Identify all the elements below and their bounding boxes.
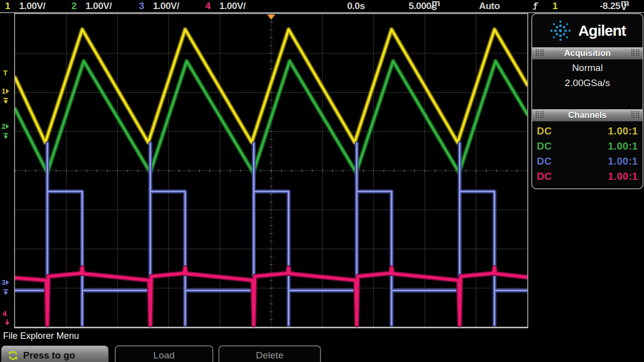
coupling-label: DC	[537, 125, 552, 137]
channels-panel-header[interactable]: ⣿⣿ Channels ⣿⣿	[532, 109, 642, 121]
timebase-unit: ms	[432, 1, 440, 9]
right-arrow-icon	[6, 124, 9, 129]
ch1-number: 1	[5, 1, 10, 12]
acquisition-panel-header[interactable]: ⣿⣿ Acquisition ⣿⣿	[532, 47, 642, 59]
acquisition-title: Acquisition	[564, 48, 611, 58]
trigger-source-readout: 1	[552, 1, 557, 12]
trigger-level-readout: -8.25mV	[600, 1, 620, 12]
coupling-label: DC	[537, 171, 552, 182]
channel-row-2: DC 1.00:1	[532, 139, 642, 153]
agilent-spark-icon	[549, 19, 572, 42]
softkey-label: Press to go	[23, 350, 75, 361]
ch1-ground-icon	[3, 98, 9, 105]
sidebar: Agilent ⣿⣿ Acquisition ⣿⣿ Normal 2.00GSa…	[531, 13, 643, 189]
timebase-readout: 5.000ms/	[409, 1, 434, 12]
grip-dots-icon: ⣿⣿	[630, 48, 640, 56]
ch2-scale-readout: 1.00V/	[86, 1, 112, 12]
brand-row: Agilent	[532, 16, 642, 45]
brand-name: Agilent	[578, 22, 626, 39]
ch4-scale-readout: 1.00V/	[219, 1, 246, 12]
softkey-load[interactable]: Load	[115, 345, 213, 362]
ch1-scale-readout: 1.00V/	[19, 1, 45, 12]
probe-ratio: 1.00:1	[608, 156, 638, 167]
ch4-position-marker: 4	[3, 310, 7, 317]
ch2-ground-icon	[3, 133, 9, 140]
ch4-number: 4	[205, 1, 210, 12]
sample-rate: 2.00GSa/s	[532, 78, 642, 89]
menu-title: File Explorer Menu	[3, 331, 79, 341]
trigger-level-marker: T	[3, 69, 8, 77]
ch3-position-marker: 3	[2, 279, 9, 286]
softkey-delete[interactable]: Delete	[218, 345, 321, 362]
right-arrow-icon	[6, 280, 9, 285]
probe-ratio: 1.00:1	[608, 171, 638, 182]
channel-row-3: DC 1.00:1	[532, 154, 642, 168]
trigger-mode-readout: Auto	[479, 1, 500, 12]
waveform-display: T 1 2 3 4	[0, 13, 531, 328]
refresh-icon	[8, 350, 19, 361]
channel-row-1: DC 1.00:1	[532, 124, 642, 138]
ch4-ground-icon	[4, 319, 11, 327]
delay-readout: 0.0s	[347, 1, 365, 12]
ch2-position-marker: 2	[2, 123, 9, 130]
softkey-label: Delete	[256, 350, 284, 361]
softkey-label: Load	[153, 350, 175, 361]
acquisition-mode: Normal	[532, 62, 642, 74]
channel-row-4: DC 1.00:1	[532, 169, 642, 183]
grip-dots-icon: ⣿⣿	[535, 110, 544, 118]
right-arrow-icon	[6, 89, 9, 94]
coupling-label: DC	[537, 156, 552, 167]
ch3-scale-readout: 1.00V/	[153, 1, 179, 12]
softkey-press-to-go[interactable]: Press to go	[1, 345, 109, 362]
ch3-number: 3	[139, 1, 144, 12]
channels-title: Channels	[568, 110, 607, 120]
coupling-label: DC	[537, 140, 552, 152]
probe-ratio: 1.00:1	[608, 125, 638, 137]
ch1-position-marker: 1	[2, 88, 9, 95]
graticule	[14, 13, 528, 328]
probe-ratio: 1.00:1	[608, 140, 638, 152]
ch3-ground-icon	[3, 289, 9, 297]
trigger-edge-icon	[532, 2, 540, 13]
ch2-number: 2	[71, 1, 76, 12]
grip-dots-icon: ⣿⣿	[535, 48, 544, 56]
grip-dots-icon: ⣿⣿	[630, 110, 640, 118]
trigger-level-unit: mV	[621, 1, 629, 9]
status-bar: 1 1.00V/ 2 1.00V/ 3 1.00V/ 4 1.00V/ 0.0s…	[0, 0, 644, 12]
